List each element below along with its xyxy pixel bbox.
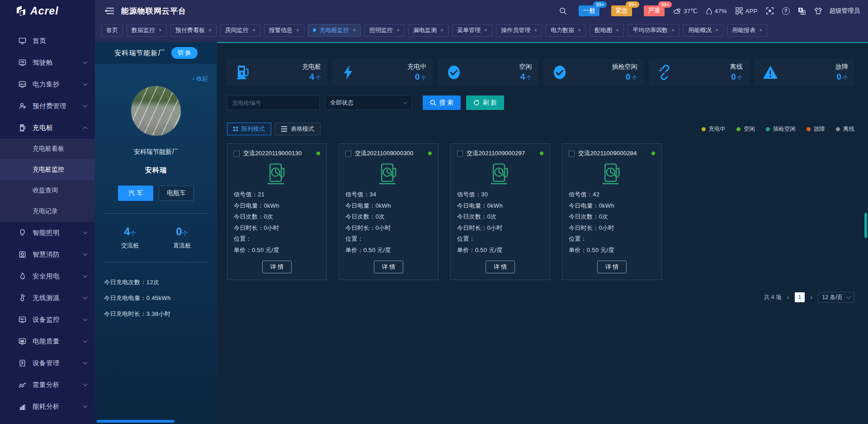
tab-room-monitoring[interactable]: 房间监控× [220,24,260,37]
close-icon[interactable]: × [578,27,581,33]
table-mode-button[interactable]: 表格模式 [275,123,321,135]
sidebar-item-device-monitoring[interactable]: 设备监控 [0,309,95,330]
tab-avg-power-factor[interactable]: 平均功率因数× [627,24,679,37]
language-icon[interactable] [798,7,806,15]
chevron-down-icon [83,230,88,234]
device-name: 交流20211009000284 [578,149,648,157]
station-panel: 安科瑞节能新厂 切 换 ‹ 收起 安科瑞节能新厂 安科瑞 汽 车 电瓶车 [95,42,217,424]
tab-power-data[interactable]: 电力数据× [546,24,586,37]
status-select[interactable]: 全部状态 [325,95,412,110]
current-user[interactable]: 超级管理员 [830,7,860,15]
station-name: 安科瑞节能新厂 [104,148,208,156]
refresh-icon [473,100,480,106]
refresh-button[interactable]: 刷 新 [466,95,504,110]
user-icon [18,102,26,110]
alarm-level-urgent[interactable]: 紧急 99+ [611,5,632,16]
device-checkbox[interactable] [569,151,575,157]
sidebar-item-smart-lighting[interactable]: 智能照明 [0,222,95,243]
sidebar-item-smart-fire[interactable]: 智慧消防 [0,243,95,265]
grid-mode-button[interactable]: 阵列模式 [227,123,271,135]
sidebar-item-cockpit[interactable]: 驾驶舱 [0,52,95,73]
close-icon[interactable]: × [296,27,299,33]
tab-menu-management[interactable]: 菜单管理× [452,24,492,37]
search-icon[interactable] [559,7,567,15]
sidebar-item-charging-pile[interactable]: 充电桩 [0,117,95,138]
vehicle-tab-ebike[interactable]: 电瓶车 [159,186,194,201]
sidebar-item-energy-analysis[interactable]: 能耗分析 [0,395,95,417]
collapse-panel-link[interactable]: ‹ 收起 [104,75,208,83]
sidebar-item-revenue-query[interactable]: 收益查询 [0,180,95,201]
chevron-down-icon [83,273,88,278]
collapse-menu-icon[interactable] [105,7,114,14]
sidebar-item-demand-analysis[interactable]: 需量分析 [0,374,95,395]
alarm-level-severe[interactable]: 严重 99+ [644,5,665,16]
alarm-level-general[interactable]: 一般 99+ [579,5,599,16]
daily-count-line: 今日充电次数：12次 [104,274,208,290]
sidebar-item-safe-power[interactable]: 安全用电 [0,265,95,287]
detail-button[interactable]: 详 情 [374,261,404,273]
sidebar-item-pile-board[interactable]: 充电桩看板 [0,138,95,159]
vehicle-tab-car[interactable]: 汽 车 [118,186,153,201]
sidebar-item-power-quality[interactable]: 电能质量 [0,330,95,352]
tab-prepaid-board[interactable]: 预付费看板× [170,24,217,37]
active-tab-dot [313,29,316,32]
device-checkbox[interactable] [345,151,351,157]
close-icon[interactable]: × [159,27,162,33]
close-icon[interactable]: × [759,27,762,33]
next-page-icon[interactable]: › [810,294,812,301]
sidebar-item-charging-records[interactable]: 充电记录 [0,201,95,222]
tab-data-monitoring[interactable]: 数据监控× [127,24,167,37]
vertical-scrollbar-thumb[interactable] [864,213,867,238]
prev-page-icon[interactable]: ‹ [787,294,789,301]
detail-button[interactable]: 详 情 [486,261,515,273]
sidebar-item-prepaid-management[interactable]: 预付费管理 [0,95,95,117]
sidebar-item-power-meter-reading[interactable]: 电力集抄 [0,73,95,95]
page-size-select[interactable]: 12 条/页 [818,292,854,303]
horizontal-scrollbar-thumb[interactable] [97,420,175,423]
tab-alarm-info[interactable]: 报警信息× [264,24,304,37]
tab-distribution-diagram[interactable]: 配电图× [590,24,624,37]
close-icon[interactable]: × [616,27,619,33]
close-icon[interactable]: × [252,27,255,33]
sidebar-item-wireless-temp[interactable]: 无线测温 [0,287,95,309]
device-checkbox[interactable] [457,151,463,157]
pagination: 共 4 项 ‹ 1 › 12 条/页 [227,292,854,303]
detail-button[interactable]: 详 情 [262,261,292,273]
tab-home[interactable]: 首页 [101,24,123,37]
close-icon[interactable]: × [534,27,537,33]
gun-number-input[interactable] [227,95,320,110]
main-content: 充电桩4个 充电中0个 空闲4个 插枪空闲0个 [217,42,868,424]
tab-energy-overview[interactable]: 用能概况× [683,24,723,37]
close-icon[interactable]: × [484,27,487,33]
theme-tshirt-icon[interactable] [814,7,822,15]
sidebar-item-pile-monitoring[interactable]: 充电桩监控 [0,159,95,180]
tab-operator-management[interactable]: 操作员管理× [496,24,542,37]
device-checkbox[interactable] [234,151,240,157]
close-icon[interactable]: × [353,27,356,33]
app-qr[interactable]: APP [736,7,757,14]
close-icon[interactable]: × [208,27,212,33]
tab-charging-pile-monitoring[interactable]: 充电桩监控× [308,24,361,37]
tab-energy-report[interactable]: 用能报表× [727,24,767,37]
tab-leakage-monitoring[interactable]: 漏电监测× [408,24,448,37]
switch-station-button[interactable]: 切 换 [171,47,198,59]
charging-pile-icon [234,162,320,186]
search-button[interactable]: 搜 索 [423,95,461,110]
current-page[interactable]: 1 [795,292,805,302]
alarm-general-badge: 99+ [593,1,607,8]
charging-pile-icon [235,64,251,81]
sidebar-item-device-management[interactable]: 设备管理 [0,352,95,374]
device-name: 交流20211009000297 [467,149,536,157]
close-icon[interactable]: × [440,27,443,33]
close-icon[interactable]: × [715,27,718,33]
close-icon[interactable]: × [671,27,675,33]
fullscreen-icon[interactable] [766,7,774,15]
device-card: 交流20211009000284 信号值：42 今日电量：0kWh 今日次数：0… [562,143,662,280]
help-icon[interactable]: ? [782,7,790,15]
detail-button[interactable]: 详 情 [597,261,627,273]
sidebar-item-home[interactable]: 首页 [0,30,95,52]
charging-pile-submenu: 充电桩看板 充电桩监控 收益查询 充电记录 [0,138,95,222]
app-root: Acrel 首页 驾驶舱 电力集抄 预付费管理 [0,0,868,424]
close-icon[interactable]: × [396,27,400,33]
tab-lighting-monitoring[interactable]: 照明监控× [364,24,405,37]
